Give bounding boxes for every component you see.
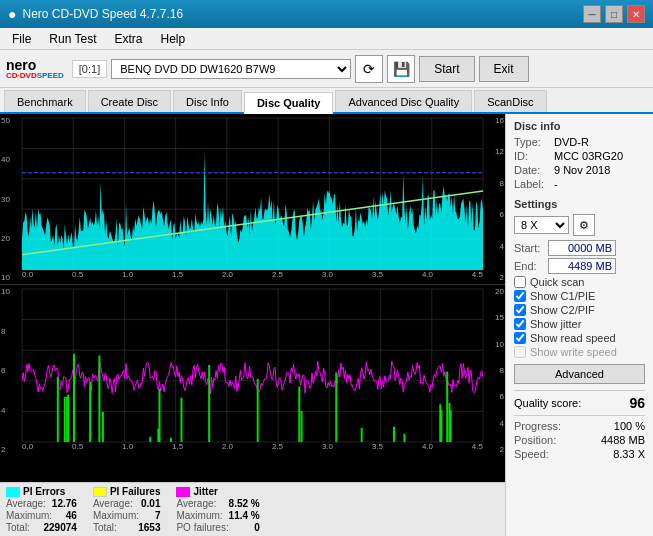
show-write-speed-row: Show write speed <box>514 346 645 358</box>
pi-failures-max-row: Maximum: 7 <box>93 510 161 521</box>
pi-errors-max-value: 46 <box>66 510 77 521</box>
tabs-bar: Benchmark Create Disc Disc Info Disc Qua… <box>0 88 653 114</box>
menu-extra[interactable]: Extra <box>106 30 150 48</box>
disc-id-row: ID: MCC 03RG20 <box>514 150 645 162</box>
close-button[interactable]: ✕ <box>627 5 645 23</box>
right-panel: Disc info Type: DVD-R ID: MCC 03RG20 Dat… <box>505 114 653 536</box>
show-write-speed-label: Show write speed <box>530 346 617 358</box>
end-mb-input[interactable] <box>548 258 616 274</box>
pi-errors-title: PI Errors <box>23 486 65 497</box>
y-left-30: 30 <box>1 195 19 204</box>
tab-scan-disc[interactable]: ScanDisc <box>474 90 546 112</box>
drive-select[interactable]: BENQ DVD DD DW1620 B7W9 <box>111 59 351 79</box>
quality-score-value: 96 <box>629 395 645 411</box>
y-right-4b: 4 <box>486 419 504 428</box>
start-button[interactable]: Start <box>419 56 474 82</box>
title-bar: ● Nero CD-DVD Speed 4.7.7.16 ─ □ ✕ <box>0 0 653 28</box>
legend-pi-errors: PI Errors Average: 12.76 Maximum: 46 Tot… <box>6 486 77 533</box>
y-axis-left-top: 50 40 30 20 10 <box>0 114 20 284</box>
app-title: Nero CD-DVD Speed 4.7.7.16 <box>22 7 183 21</box>
chart-wrapper: 50 40 30 20 10 16 12 8 6 4 2 0.0 <box>0 114 505 536</box>
disc-type-val: DVD-R <box>554 136 589 148</box>
chart-bottom-canvas <box>0 285 505 456</box>
y-right-6b: 6 <box>486 392 504 401</box>
show-c2pif-checkbox[interactable] <box>514 304 526 316</box>
y-right-2: 2 <box>486 273 504 282</box>
menu-help[interactable]: Help <box>153 30 194 48</box>
legend-jitter-title-row: Jitter <box>176 486 259 497</box>
chart-area: 50 40 30 20 10 16 12 8 6 4 2 0.0 <box>0 114 505 536</box>
show-jitter-label: Show jitter <box>530 318 581 330</box>
settings-icon-button[interactable]: ⚙ <box>573 214 595 236</box>
nero-logo: nero CD·DVDSPEED <box>6 58 64 80</box>
progress-value: 100 % <box>614 420 645 432</box>
jitter-max-label: Maximum: <box>176 510 222 521</box>
end-mb-label: End: <box>514 260 544 272</box>
jitter-po-label: PO failures: <box>176 522 228 533</box>
minimize-button[interactable]: ─ <box>583 5 601 23</box>
maximize-button[interactable]: □ <box>605 5 623 23</box>
show-jitter-row: Show jitter <box>514 318 645 330</box>
speed-select[interactable]: 8 X <box>514 216 569 234</box>
exit-button[interactable]: Exit <box>479 56 529 82</box>
position-value: 4488 MB <box>601 434 645 446</box>
pi-errors-total-label: Total: <box>6 522 30 533</box>
y-right-8: 8 <box>486 179 504 188</box>
y-left-2b: 2 <box>1 445 19 454</box>
show-read-speed-checkbox[interactable] <box>514 332 526 344</box>
disc-info-label: Disc info <box>514 120 645 132</box>
jitter-avg-value: 8.52 % <box>229 498 260 509</box>
jitter-color-swatch <box>176 487 190 497</box>
y-right-4: 4 <box>486 242 504 251</box>
jitter-avg-row: Average: 8.52 % <box>176 498 259 509</box>
pi-failures-avg-value: 0.01 <box>141 498 160 509</box>
y-left-40: 40 <box>1 155 19 164</box>
quick-scan-checkbox[interactable] <box>514 276 526 288</box>
legend-pi-failures: PI Failures Average: 0.01 Maximum: 7 Tot… <box>93 486 161 533</box>
jitter-avg-label: Average: <box>176 498 216 509</box>
refresh-icon-button[interactable]: ⟳ <box>355 55 383 83</box>
tab-disc-info[interactable]: Disc Info <box>173 90 242 112</box>
x-axis-bottom: 0.0 0.5 1.0 1.5 2.0 2.5 3.0 3.5 4.0 4.5 <box>22 442 483 456</box>
legend-pi-errors-title-row: PI Errors <box>6 486 77 497</box>
disc-type-key: Type: <box>514 136 554 148</box>
position-row: Position: 4488 MB <box>514 434 645 446</box>
tab-advanced-disc-quality[interactable]: Advanced Disc Quality <box>335 90 472 112</box>
menu-file[interactable]: File <box>4 30 39 48</box>
tab-create-disc[interactable]: Create Disc <box>88 90 171 112</box>
menu-run-test[interactable]: Run Test <box>41 30 104 48</box>
pi-failures-color-swatch <box>93 487 107 497</box>
drive-indicator: [0:1] <box>72 60 107 78</box>
disc-date-val: 9 Nov 2018 <box>554 164 610 176</box>
y-left-20: 20 <box>1 234 19 243</box>
start-mb-row: Start: <box>514 240 645 256</box>
jitter-title: Jitter <box>193 486 217 497</box>
pi-errors-avg-value: 12.76 <box>52 498 77 509</box>
legend-pi-failures-title-row: PI Failures <box>93 486 161 497</box>
y-left-50: 50 <box>1 116 19 125</box>
disc-id-key: ID: <box>514 150 554 162</box>
tab-benchmark[interactable]: Benchmark <box>4 90 86 112</box>
show-jitter-checkbox[interactable] <box>514 318 526 330</box>
pi-failures-avg-label: Average: <box>93 498 133 509</box>
y-right-20b: 20 <box>486 287 504 296</box>
chart-bottom: 10 8 6 4 2 20 15 10 8 6 4 2 0.0 0. <box>0 285 505 456</box>
show-read-speed-row: Show read speed <box>514 332 645 344</box>
toolbar: nero CD·DVDSPEED [0:1] BENQ DVD DD DW162… <box>0 50 653 88</box>
y-left-8b: 8 <box>1 327 19 336</box>
save-icon-button[interactable]: 💾 <box>387 55 415 83</box>
legend-jitter: Jitter Average: 8.52 % Maximum: 11.4 % P… <box>176 486 259 533</box>
tab-disc-quality[interactable]: Disc Quality <box>244 92 334 114</box>
progress-row: Progress: 100 % <box>514 420 645 432</box>
advanced-button[interactable]: Advanced <box>514 364 645 384</box>
start-mb-input[interactable] <box>548 240 616 256</box>
show-c1pie-checkbox[interactable] <box>514 290 526 302</box>
chart-top-canvas <box>0 114 505 284</box>
quick-scan-label: Quick scan <box>530 276 584 288</box>
show-c1pie-label: Show C1/PIE <box>530 290 595 302</box>
disc-date-row: Date: 9 Nov 2018 <box>514 164 645 176</box>
end-mb-row: End: <box>514 258 645 274</box>
pi-errors-avg-row: Average: 12.76 <box>6 498 77 509</box>
quality-score-row: Quality score: 96 <box>514 390 645 411</box>
legend-bar: PI Errors Average: 12.76 Maximum: 46 Tot… <box>0 482 505 536</box>
